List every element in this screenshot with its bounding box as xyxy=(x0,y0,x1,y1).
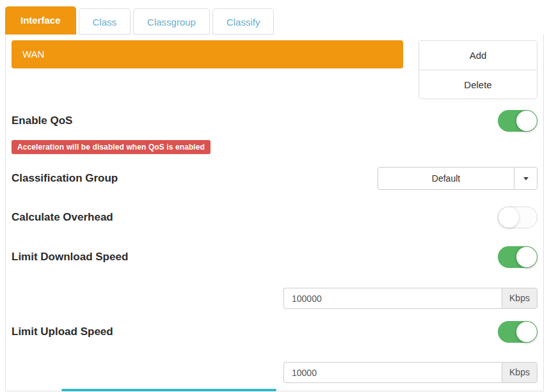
limit-upload-row: Limit Upload Speed xyxy=(12,321,537,343)
add-button[interactable]: Add xyxy=(419,41,537,70)
enable-qos-label: Enable QoS xyxy=(12,114,72,127)
tab-classify[interactable]: Classify xyxy=(212,8,274,35)
toggle-knob xyxy=(516,247,537,267)
interface-selector-row: WAN Add Delete xyxy=(12,40,537,99)
tab-bar: Interface Class Classgroup Classify xyxy=(0,0,549,35)
download-speed-input-group: Kbps xyxy=(283,288,537,309)
tab-interface[interactable]: Interface xyxy=(5,6,76,35)
delete-button[interactable]: Delete xyxy=(419,70,537,98)
interface-actions: Add Delete xyxy=(418,40,537,99)
classification-group-row: Classification Group Default xyxy=(12,167,537,190)
limit-download-toggle[interactable] xyxy=(498,246,537,268)
interface-item-wan[interactable]: WAN xyxy=(12,40,403,68)
horizontal-scrollbar-thumb[interactable] xyxy=(61,389,276,391)
calculate-overhead-label: Calculate Overhead xyxy=(12,211,113,224)
enable-qos-toggle[interactable] xyxy=(498,110,537,132)
download-speed-input[interactable] xyxy=(283,288,502,309)
limit-upload-label: Limit Upload Speed xyxy=(12,325,113,338)
limit-download-row: Limit Download Speed xyxy=(12,246,537,268)
tab-classgroup[interactable]: Classgroup xyxy=(133,8,210,35)
toggle-knob xyxy=(498,207,519,228)
qos-warning-row: Acceleration will be disabled when QoS i… xyxy=(12,140,537,154)
download-speed-input-row: Kbps xyxy=(12,288,537,309)
toggle-knob xyxy=(516,111,537,131)
upload-speed-input-group: Kbps xyxy=(283,362,537,383)
upload-speed-input[interactable] xyxy=(283,362,502,383)
limit-download-label: Limit Download Speed xyxy=(12,251,128,263)
qos-warning-badge: Acceleration will be disabled when QoS i… xyxy=(12,140,211,154)
classification-group-label: Classification Group xyxy=(12,172,118,185)
download-speed-unit: Kbps xyxy=(502,288,537,309)
calculate-overhead-toggle[interactable] xyxy=(498,207,537,228)
calculate-overhead-row: Calculate Overhead xyxy=(12,207,537,228)
classification-group-value: Default xyxy=(378,168,514,189)
upload-speed-unit: Kbps xyxy=(502,362,537,383)
upload-speed-input-row: Kbps xyxy=(12,362,537,383)
classification-group-select[interactable]: Default xyxy=(378,167,537,190)
select-caret-cell[interactable] xyxy=(514,168,537,189)
toggle-knob xyxy=(516,322,537,342)
interface-tab-panel: WAN Add Delete Enable QoS Acceleration w… xyxy=(5,35,544,391)
caret-down-icon xyxy=(523,177,529,180)
limit-upload-toggle[interactable] xyxy=(498,321,537,343)
enable-qos-row: Enable QoS xyxy=(12,110,537,132)
tab-class[interactable]: Class xyxy=(79,8,131,35)
